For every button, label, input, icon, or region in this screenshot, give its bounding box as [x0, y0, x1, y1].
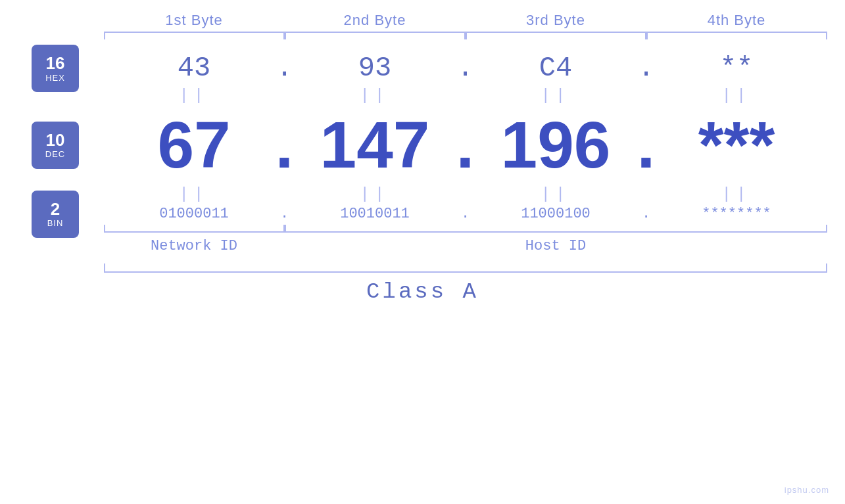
split-bracket-row: [0, 225, 845, 233]
hex-dot1: .: [270, 53, 299, 84]
eq1-byte3: ||: [466, 87, 646, 104]
hex-byte4: **: [661, 53, 812, 84]
bin-badge: 2 BIN: [32, 191, 79, 238]
byte-headers: 1st Byte 2nd Byte 3rd Byte 4th Byte: [0, 12, 845, 29]
bin-byte1: 01000011: [118, 206, 270, 222]
dec-byte1: 67: [118, 107, 270, 183]
bin-dot3: .: [631, 206, 661, 222]
byte3-header: 3rd Byte: [466, 12, 646, 29]
eq-row-1: || || || ||: [0, 87, 845, 104]
bracket-byte3: [466, 32, 646, 39]
big-bracket: [104, 263, 827, 273]
hex-byte2: 93: [299, 53, 450, 84]
bin-dot2: .: [450, 206, 480, 222]
byte2-header: 2nd Byte: [285, 12, 466, 29]
bracket-byte1: [104, 32, 285, 39]
main-container: 1st Byte 2nd Byte 3rd Byte 4th Byte 16 H…: [0, 0, 845, 504]
hex-row: 43 . 93 . C4 . **: [85, 53, 845, 84]
bracket-byte4: [646, 32, 827, 39]
eq2-byte3: ||: [466, 185, 646, 203]
dec-row: 67 . 147 . 196 . ***: [85, 107, 845, 183]
bin-byte4: ********: [661, 206, 812, 222]
dec-byte3: 196: [480, 107, 631, 183]
hex-dot2: .: [450, 53, 480, 84]
dec-dot3: .: [631, 107, 661, 183]
eq1-byte2: ||: [285, 87, 466, 104]
class-label-row: Class A: [0, 279, 845, 304]
bin-byte2: 10010011: [299, 206, 450, 222]
hex-badge: 16 HEX: [32, 45, 79, 92]
eq1-byte1: ||: [104, 87, 285, 104]
host-bracket: [285, 225, 827, 233]
watermark: ipshu.com: [785, 485, 829, 495]
eq1-byte4: ||: [646, 87, 827, 104]
eq-row-2: || || || ||: [0, 185, 845, 203]
dec-dot1: .: [270, 107, 299, 183]
net-bracket: [104, 225, 285, 233]
bin-dot1: .: [270, 206, 299, 222]
dec-dot2: .: [450, 107, 480, 183]
hex-byte3: C4: [480, 53, 631, 84]
byte1-header: 1st Byte: [104, 12, 285, 29]
dec-badge: 10 DEC: [32, 122, 79, 169]
dec-byte2: 147: [299, 107, 450, 183]
big-bracket-row: [0, 263, 845, 273]
hex-dot3: .: [631, 53, 661, 84]
bin-row: 01000011 . 10010011 . 11000100 . *******…: [85, 206, 845, 222]
network-id-label: Network ID: [104, 238, 285, 254]
bin-byte3: 11000100: [480, 206, 631, 222]
host-id-label: Host ID: [285, 238, 827, 254]
hex-byte1: 43: [118, 53, 270, 84]
id-label-row: Network ID Host ID: [0, 238, 845, 254]
eq2-byte1: ||: [104, 185, 285, 203]
eq2-byte4: ||: [646, 185, 827, 203]
byte4-header: 4th Byte: [646, 12, 827, 29]
eq2-byte2: ||: [285, 185, 466, 203]
bracket-byte2: [285, 32, 466, 39]
class-label: Class A: [366, 279, 479, 304]
top-bracket-row: [0, 32, 845, 39]
dec-byte4: ***: [661, 107, 812, 183]
